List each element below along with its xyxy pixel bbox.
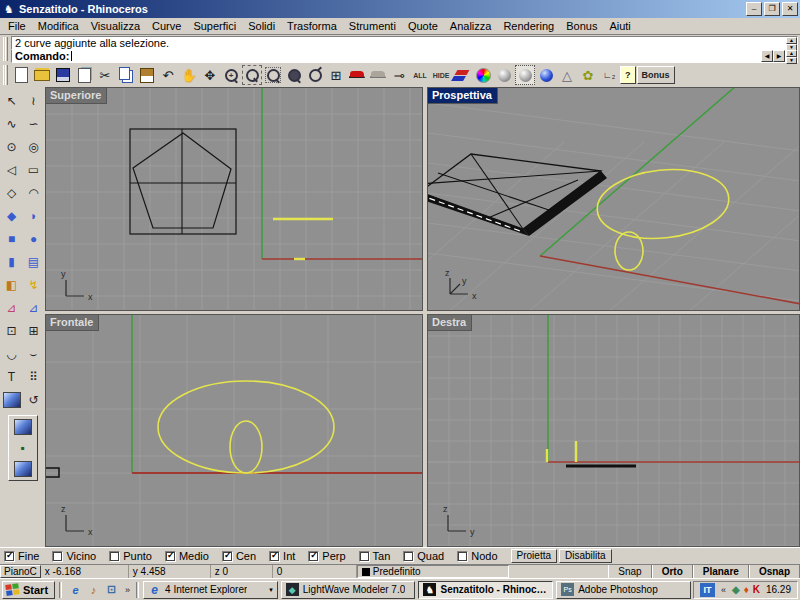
export-icon[interactable]	[74, 65, 94, 85]
help-button[interactable]: ?	[620, 66, 636, 84]
osnap-quad[interactable]: Quad	[403, 550, 444, 562]
interpolate-curve-icon[interactable]: ∽	[23, 112, 45, 135]
new-file-icon[interactable]	[11, 65, 31, 85]
large-ellipse-curve[interactable]	[158, 381, 334, 473]
internet-explorer-icon[interactable]: e	[68, 582, 83, 597]
menu-visualizza[interactable]: Visualizza	[85, 19, 146, 33]
save-icon[interactable]	[53, 65, 73, 85]
small-ellipse-curve[interactable]	[615, 232, 643, 270]
viewport-destra[interactable]: z y Destra	[427, 314, 800, 547]
command-scroll[interactable]: ◀▶	[761, 50, 785, 62]
start-button[interactable]: Start	[2, 581, 55, 599]
large-ellipse-curve[interactable]	[594, 163, 732, 244]
menu-quote[interactable]: Quote	[402, 19, 444, 33]
toggle-osnap[interactable]: Osnap	[749, 565, 800, 578]
menu-aiuti[interactable]: Aiuti	[603, 19, 636, 33]
osnap-fine-checkbox[interactable]	[4, 551, 15, 562]
osnap-nodo-checkbox[interactable]	[457, 551, 468, 562]
shade-viewport-icon[interactable]	[1, 388, 23, 411]
history-spinner[interactable]: ▲▼	[786, 37, 797, 49]
viewport-label-destra[interactable]: Destra	[428, 315, 472, 331]
viewport-label-prospettiva[interactable]: Prospettiva	[428, 88, 498, 104]
menu-trasforma[interactable]: Trasforma	[281, 19, 343, 33]
extrude-icon[interactable]: ◧	[1, 273, 23, 296]
minimize-button[interactable]: –	[746, 2, 762, 16]
command-area-grip[interactable]	[3, 37, 8, 61]
point-grid-icon[interactable]: ⠿	[23, 365, 45, 388]
viewport-frontale[interactable]: z x Frontale	[45, 314, 423, 547]
bonus-button[interactable]: Bonus	[637, 66, 675, 84]
options-icon[interactable]: ⊸	[389, 65, 409, 85]
small-ellipse-curve[interactable]	[230, 421, 262, 473]
osnap-tan[interactable]: Tan	[359, 550, 391, 562]
osnap-vicino[interactable]: Vicino	[52, 550, 96, 562]
select-icon[interactable]: ↖	[1, 89, 23, 112]
ellipse-icon[interactable]: ◎	[23, 135, 45, 158]
viewport-prospettiva[interactable]: z y x Prospettiva	[427, 87, 800, 311]
group-icon[interactable]: ⊡	[1, 319, 23, 342]
display-tray-icon[interactable]: ◈	[732, 584, 740, 595]
menu-curve[interactable]: Curve	[146, 19, 187, 33]
toggle-orto[interactable]: Orto	[652, 565, 693, 578]
osnap-perp-checkbox[interactable]	[308, 551, 319, 562]
render-icon[interactable]	[347, 65, 367, 85]
osnap-cen-checkbox[interactable]	[222, 551, 233, 562]
osnap-cen[interactable]: Cen	[222, 550, 256, 562]
circle-icon[interactable]: ⊙	[1, 135, 23, 158]
toggle-planare[interactable]: Planare	[693, 565, 749, 578]
text-icon[interactable]: T	[1, 365, 23, 388]
box-icon[interactable]: ■	[1, 227, 23, 250]
solid-tools-icon[interactable]: ▤	[23, 250, 45, 273]
polygon-icon[interactable]: ◇	[1, 181, 23, 204]
osnap-punto-checkbox[interactable]	[109, 551, 120, 562]
overflow-chevron[interactable]: »	[123, 585, 132, 595]
osnap-medio[interactable]: Medio	[165, 550, 209, 562]
fillet-icon[interactable]: ⊿	[1, 296, 23, 319]
task-ps[interactable]: PsAdobe Photoshop	[556, 581, 691, 599]
sketch-icon[interactable]: ≀	[23, 89, 45, 112]
task-ie[interactable]: e4 Internet Explorer▾	[143, 581, 278, 599]
curve-handle-icon[interactable]: ⌣	[23, 342, 45, 365]
pan-icon[interactable]: ✋	[179, 65, 199, 85]
osnap-quad-checkbox[interactable]	[403, 551, 414, 562]
copy-icon[interactable]	[116, 65, 136, 85]
undo-icon[interactable]: ↶	[158, 65, 178, 85]
toggle-snap[interactable]: Snap	[608, 565, 651, 578]
show-desktop-icon[interactable]: ⊡	[104, 582, 119, 597]
command-line[interactable]: Comando: ◀▶ ▲▼	[11, 50, 798, 63]
surface-icon[interactable]: ◆	[1, 204, 23, 227]
viewport-layout-icon[interactable]: ⊞	[326, 65, 346, 85]
ghosted-view-icon[interactable]	[515, 65, 535, 85]
chamfer-icon[interactable]: ⊿	[23, 296, 45, 319]
osnap-punto[interactable]: Punto	[109, 550, 152, 562]
viewport-superiore[interactable]: y x Superiore	[45, 87, 423, 311]
curved-surface-icon[interactable]: ◗	[23, 204, 45, 227]
zoom-selected-icon[interactable]	[263, 65, 283, 85]
restore-button[interactable]: ❐	[764, 2, 780, 16]
menu-superfici[interactable]: Superfici	[187, 19, 242, 33]
conic-icon[interactable]: ◁	[1, 158, 23, 181]
menu-rendering[interactable]: Rendering	[497, 19, 560, 33]
osnap-disabilita-button[interactable]: Disabilita	[559, 549, 612, 563]
shaded-view-icon[interactable]	[494, 65, 514, 85]
sphere-icon[interactable]: ●	[23, 227, 45, 250]
gears-icon[interactable]: ✿	[578, 65, 598, 85]
shade-panel-icon-2[interactable]	[12, 460, 34, 478]
antivirus-tray-icon[interactable]: K	[753, 584, 760, 595]
shade-panel-icon[interactable]	[12, 418, 34, 436]
rotate-view-tool-icon[interactable]: ↺	[23, 388, 45, 411]
paste-icon[interactable]	[137, 65, 157, 85]
osnap-fine[interactable]: Fine	[4, 550, 39, 562]
zoom-window-icon[interactable]	[242, 65, 262, 85]
detail-panel-icon[interactable]: ▪	[12, 439, 34, 457]
rendered-view-icon[interactable]	[536, 65, 556, 85]
rotate-view-icon[interactable]: ✥	[200, 65, 220, 85]
arc-icon[interactable]: ◠	[23, 181, 45, 204]
control-point-curve-icon[interactable]: ∿	[1, 112, 23, 135]
hide-button[interactable]: HIDE	[431, 65, 451, 85]
viewport-label-superiore[interactable]: Superiore	[46, 88, 107, 104]
osnap-vicino-checkbox[interactable]	[52, 551, 63, 562]
explode-icon[interactable]: ↯	[23, 273, 45, 296]
menu-file[interactable]: File	[2, 19, 32, 33]
tray-chevron[interactable]: «	[719, 585, 728, 595]
